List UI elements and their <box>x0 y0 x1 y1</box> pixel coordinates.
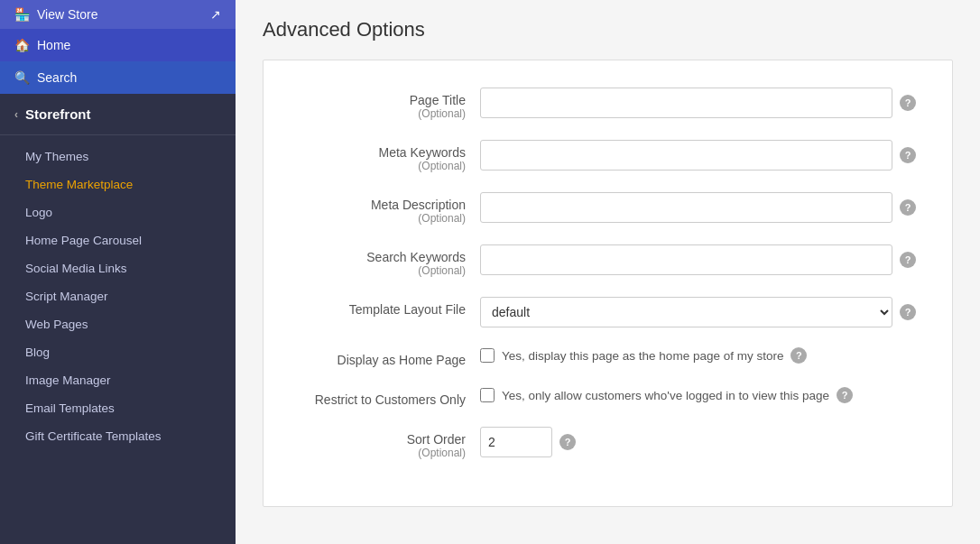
display-home-help-icon[interactable]: ? <box>790 347 807 364</box>
chevron-left-icon: ‹ <box>14 108 18 121</box>
store-icon: 🏪 <box>14 7 30 22</box>
page-title: Advanced Options <box>263 18 953 41</box>
meta-keywords-control-group: ? <box>480 140 916 171</box>
restrict-customers-help-icon[interactable]: ? <box>837 387 853 403</box>
display-home-checkbox[interactable] <box>480 348 495 363</box>
sidebar-nav-item-my-themes[interactable]: My Themes <box>0 143 236 171</box>
sidebar-nav-item-theme-marketplace[interactable]: Theme Marketplace <box>0 171 236 198</box>
storefront-nav: My ThemesTheme MarketplaceLogoHome Page … <box>0 135 236 457</box>
sidebar-nav-item-blog[interactable]: Blog <box>0 338 236 366</box>
display-home-label: Display as Home Page <box>300 353 466 367</box>
restrict-customers-checkbox-row: Yes, only allow customers who've logged … <box>480 387 916 403</box>
search-keywords-control-group: ? <box>480 244 916 275</box>
sort-order-label-group: Sort Order (Optional) <box>300 427 480 459</box>
sort-order-control-group: ? <box>480 427 916 457</box>
sidebar-nav-item-home-page-carousel[interactable]: Home Page Carousel <box>0 226 236 254</box>
main-content: Advanced Options Page Title (Optional) ?… <box>236 0 980 544</box>
sidebar: 🏪 View Store ↗ 🏠 Home 🔍 Search ‹ Storefr… <box>0 0 236 544</box>
page-title-input[interactable] <box>480 88 892 118</box>
meta-keywords-row: Meta Keywords (Optional) ? <box>300 140 916 172</box>
restrict-customers-row: Restrict to Customers Only Yes, only all… <box>300 387 916 407</box>
home-label: Home <box>37 38 70 52</box>
home-link[interactable]: 🏠 Home <box>0 29 236 61</box>
sidebar-top: 🏪 View Store ↗ 🏠 Home 🔍 Search <box>0 0 236 94</box>
display-home-checkbox-label: Yes, display this page as the home page … <box>502 349 783 363</box>
meta-keywords-input[interactable] <box>480 140 892 171</box>
sidebar-nav-item-social-media-links[interactable]: Social Media Links <box>0 254 236 282</box>
sidebar-nav-item-script-manager[interactable]: Script Manager <box>0 282 236 310</box>
sidebar-nav-item-logo[interactable]: Logo <box>0 198 236 226</box>
meta-description-input[interactable] <box>480 192 892 223</box>
display-home-row: Display as Home Page Yes, display this p… <box>300 347 916 367</box>
search-icon: 🔍 <box>14 70 30 85</box>
meta-keywords-optional: (Optional) <box>300 160 466 172</box>
display-home-label-group: Display as Home Page <box>300 347 480 367</box>
view-store-link[interactable]: 🏪 View Store ↗ <box>0 0 236 29</box>
sidebar-nav-item-email-templates[interactable]: Email Templates <box>0 394 236 422</box>
page-title-optional: (Optional) <box>300 107 466 120</box>
search-keywords-label: Search Keywords <box>300 250 466 264</box>
storefront-header[interactable]: ‹ Storefront <box>0 94 236 135</box>
page-title-label-group: Page Title (Optional) <box>300 88 480 120</box>
meta-keywords-label: Meta Keywords <box>300 145 466 160</box>
sidebar-nav-item-image-manager[interactable]: Image Manager <box>0 366 236 394</box>
meta-description-optional: (Optional) <box>300 212 466 225</box>
display-home-control-group: Yes, display this page as the home page … <box>480 347 916 364</box>
meta-description-help-icon[interactable]: ? <box>900 199 916 216</box>
template-layout-select[interactable]: default <box>480 297 892 327</box>
meta-keywords-help-icon[interactable]: ? <box>900 147 916 163</box>
home-icon: 🏠 <box>14 38 30 52</box>
search-keywords-input[interactable] <box>480 244 892 275</box>
meta-description-row: Meta Description (Optional) ? <box>300 192 916 225</box>
search-keywords-label-group: Search Keywords (Optional) <box>300 244 480 277</box>
meta-keywords-label-group: Meta Keywords (Optional) <box>300 140 480 172</box>
storefront-section: ‹ Storefront My ThemesTheme MarketplaceL… <box>0 94 236 457</box>
sort-order-label: Sort Order <box>300 432 466 447</box>
view-store-label: View Store <box>37 7 97 22</box>
template-layout-label: Template Layout File <box>300 302 466 317</box>
restrict-customers-checkbox[interactable] <box>480 388 495 402</box>
storefront-label: Storefront <box>25 106 91 122</box>
restrict-customers-checkbox-label: Yes, only allow customers who've logged … <box>502 389 829 402</box>
template-layout-row: Template Layout File default ? <box>300 297 916 327</box>
search-link[interactable]: 🔍 Search <box>0 61 236 94</box>
restrict-customers-label-group: Restrict to Customers Only <box>300 387 480 407</box>
sort-order-row: Sort Order (Optional) ? <box>300 427 916 459</box>
search-keywords-optional: (Optional) <box>300 264 466 277</box>
template-layout-help-icon[interactable]: ? <box>900 304 916 320</box>
meta-description-label-group: Meta Description (Optional) <box>300 192 480 225</box>
search-keywords-help-icon[interactable]: ? <box>900 252 916 268</box>
search-label: Search <box>37 70 77 85</box>
page-title-help-icon[interactable]: ? <box>900 95 916 111</box>
search-keywords-row: Search Keywords (Optional) ? <box>300 244 916 277</box>
sort-order-input[interactable] <box>480 427 552 457</box>
sidebar-nav-item-gift-certificate-templates[interactable]: Gift Certificate Templates <box>0 422 236 450</box>
page-title-row: Page Title (Optional) ? <box>300 88 916 120</box>
page-title-control-group: ? <box>480 88 916 118</box>
sort-order-help-icon[interactable]: ? <box>559 434 576 450</box>
restrict-customers-label: Restrict to Customers Only <box>300 392 466 407</box>
sidebar-nav-item-web-pages[interactable]: Web Pages <box>0 310 236 338</box>
template-layout-label-group: Template Layout File <box>300 297 480 317</box>
page-title-label: Page Title <box>300 93 466 107</box>
sort-order-optional: (Optional) <box>300 447 466 459</box>
view-store-left: 🏪 View Store <box>14 7 97 22</box>
advanced-options-form: Page Title (Optional) ? Meta Keywords (O… <box>263 60 953 507</box>
external-link-icon: ↗ <box>210 7 221 22</box>
display-home-checkbox-row: Yes, display this page as the home page … <box>480 347 916 364</box>
restrict-customers-control-group: Yes, only allow customers who've logged … <box>480 387 916 403</box>
meta-description-label: Meta Description <box>300 198 466 212</box>
meta-description-control-group: ? <box>480 192 916 223</box>
template-layout-control-group: default ? <box>480 297 916 327</box>
